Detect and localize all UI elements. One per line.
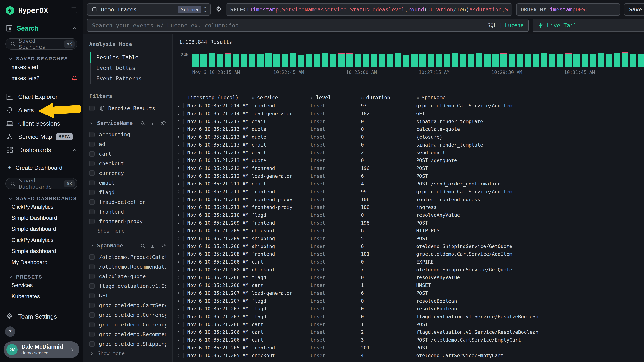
- row-expand-chevron-icon[interactable]: [176, 314, 187, 319]
- drag-handle-icon[interactable]: ⠿: [311, 95, 314, 100]
- row-expand-chevron-icon[interactable]: [176, 127, 187, 132]
- histogram-bar[interactable]: [606, 54, 612, 67]
- row-expand-chevron-icon[interactable]: [176, 298, 187, 304]
- filter-checkbox-item[interactable]: fraud-detection: [89, 198, 166, 206]
- checkbox[interactable]: [89, 161, 95, 166]
- table-row[interactable]: Nov 6 10:35:21.212 AMfrontendUnset196POS…: [173, 164, 644, 172]
- show-more-button[interactable]: Show more: [89, 351, 166, 357]
- drag-handle-icon[interactable]: ⠿: [252, 95, 255, 100]
- checkbox[interactable]: [89, 219, 95, 224]
- checkbox[interactable]: [89, 312, 95, 318]
- show-more-button[interactable]: Show more: [89, 228, 166, 234]
- histogram-bar[interactable]: [492, 54, 498, 67]
- checkbox[interactable]: [89, 142, 95, 147]
- histogram-bar[interactable]: [338, 54, 344, 67]
- checkbox[interactable]: [89, 254, 95, 260]
- histogram-bar[interactable]: [395, 53, 401, 67]
- row-expand-chevron-icon[interactable]: [176, 181, 187, 186]
- saved-dashboards-section-label[interactable]: SAVED DASHBOARDS: [8, 196, 78, 201]
- table-row[interactable]: Nov 6 10:35:21.207 AMflagdUnset0resolveB…: [173, 305, 644, 313]
- histogram-bar[interactable]: [379, 54, 385, 67]
- filter-checkbox-item[interactable]: flagd: [89, 188, 166, 196]
- checkbox[interactable]: [89, 264, 95, 269]
- table-row[interactable]: Nov 6 10:35:21.206 AMcartUnset2flagd.eva…: [173, 328, 644, 336]
- histogram-bar[interactable]: [306, 54, 312, 67]
- saved-dashboard-item[interactable]: My Dashboard: [0, 257, 83, 268]
- chart-icon[interactable]: [150, 243, 156, 249]
- table-row[interactable]: Nov 6 10:35:21.213 AMemailUnset0sinatra.…: [173, 141, 644, 149]
- row-expand-chevron-icon[interactable]: [176, 228, 187, 233]
- search-section-header[interactable]: Search: [0, 17, 83, 34]
- histogram-bar[interactable]: [371, 54, 377, 67]
- denoise-checkbox[interactable]: [89, 106, 95, 111]
- histogram-bar[interactable]: [208, 53, 215, 67]
- histogram-bar[interactable]: [225, 54, 231, 67]
- col-header-timestamp[interactable]: Timestamp (Local): [187, 95, 252, 101]
- saved-dashboards-input[interactable]: Saved Dashboards ⌘K: [5, 178, 78, 189]
- checkbox[interactable]: [89, 151, 95, 157]
- drag-handle-icon[interactable]: ⠿: [361, 95, 364, 100]
- presets-section-label[interactable]: PRESETS: [8, 274, 78, 280]
- saved-dashboard-item[interactable]: ClickPy Analytics: [0, 201, 83, 212]
- checkbox[interactable]: [89, 322, 95, 327]
- filter-checkbox-item[interactable]: grpc.oteldemo.CurrencyS…: [89, 321, 166, 329]
- row-expand-chevron-icon[interactable]: [176, 275, 187, 280]
- filter-checkbox-item[interactable]: cart: [89, 150, 166, 158]
- sql-toggle[interactable]: SQL: [487, 22, 496, 28]
- filter-checkbox-item[interactable]: GET: [89, 292, 166, 300]
- lucene-toggle[interactable]: Lucene: [505, 22, 524, 28]
- checkbox[interactable]: [89, 190, 95, 195]
- table-row[interactable]: Nov 6 10:35:21.208 AMcartUnset0EXPIRE: [173, 258, 644, 266]
- histogram-bar[interactable]: [638, 54, 644, 67]
- checkbox[interactable]: [89, 293, 95, 298]
- histogram-bar[interactable]: [444, 54, 450, 67]
- histogram-bar[interactable]: [500, 54, 506, 67]
- table-row[interactable]: Nov 6 10:35:21.211 AMemailUnset4POST /se…: [173, 180, 644, 188]
- table-row[interactable]: Nov 6 10:35:21.207 AMflagdUnset0resolveB…: [173, 297, 644, 305]
- row-expand-chevron-icon[interactable]: [176, 119, 187, 124]
- histogram-bar[interactable]: [452, 53, 458, 67]
- row-expand-chevron-icon[interactable]: [176, 111, 187, 116]
- analysis-mode-results-table[interactable]: Results Table: [91, 52, 166, 63]
- analysis-mode-event-patterns[interactable]: Event Patterns: [91, 73, 166, 84]
- filter-checkbox-item[interactable]: flagd.evaluation.v1.Ser…: [89, 282, 166, 290]
- saved-search-item[interactable]: mikes tets2: [0, 73, 83, 84]
- table-row[interactable]: Nov 6 10:35:21.214 AMfrontendUnset97grpc…: [173, 102, 644, 110]
- chevron-up-icon[interactable]: [72, 25, 78, 31]
- row-expand-chevron-icon[interactable]: [176, 166, 187, 171]
- histogram-bar[interactable]: [330, 54, 336, 67]
- table-row[interactable]: Nov 6 10:35:21.208 AMshippingUnset6oteld…: [173, 242, 644, 250]
- checkbox[interactable]: [89, 199, 95, 205]
- table-row[interactable]: Nov 6 10:35:21.213 AMquoteUnset0{closure…: [173, 133, 644, 141]
- nav-item-alerts[interactable]: Alerts: [0, 103, 83, 117]
- checkbox[interactable]: [89, 209, 95, 214]
- preset-item[interactable]: Kubernetes: [0, 291, 83, 302]
- filter-checkbox-item[interactable]: accounting: [89, 130, 166, 139]
- filter-checkbox-item[interactable]: frontend-proxy: [89, 217, 166, 225]
- filter-checkbox-item[interactable]: frontend: [89, 208, 166, 216]
- filter-checkbox-item[interactable]: grpc.oteldemo.Recommend…: [89, 330, 166, 339]
- help-button[interactable]: ?: [5, 327, 16, 337]
- checkbox[interactable]: [89, 332, 95, 337]
- row-expand-chevron-icon[interactable]: [176, 197, 187, 202]
- row-expand-chevron-icon[interactable]: [176, 150, 187, 155]
- checkbox[interactable]: [89, 283, 95, 289]
- row-expand-chevron-icon[interactable]: [176, 345, 187, 350]
- filter-checkbox-item[interactable]: grpc.oteldemo.CartServi…: [89, 301, 166, 310]
- histogram-bar[interactable]: [565, 54, 572, 67]
- table-row[interactable]: Nov 6 10:35:21.211 AMfrontendUnset99grpc…: [173, 188, 644, 196]
- histogram-bar[interactable]: [257, 54, 264, 67]
- histogram-bar[interactable]: [460, 54, 466, 67]
- saved-dashboard-item[interactable]: ClickPy Analytics: [0, 235, 83, 246]
- analysis-mode-event-deltas[interactable]: Event Deltas: [91, 63, 166, 73]
- chevron-up-icon[interactable]: [72, 147, 78, 153]
- row-expand-chevron-icon[interactable]: [176, 306, 187, 311]
- histogram-bar[interactable]: [525, 54, 531, 67]
- nav-item-service-map[interactable]: Service Map BETA: [0, 130, 83, 143]
- table-row[interactable]: Nov 6 10:35:21.213 AMquoteUnset0POST /ge…: [173, 157, 644, 164]
- histogram-bar[interactable]: [630, 54, 636, 67]
- filter-checkbox-item[interactable]: grpc.oteldemo.ShippingS…: [89, 340, 166, 348]
- row-expand-chevron-icon[interactable]: [176, 173, 187, 179]
- histogram-bar[interactable]: [249, 54, 255, 67]
- filter-checkbox-item[interactable]: /oteldemo.Recommendatio…: [89, 263, 166, 271]
